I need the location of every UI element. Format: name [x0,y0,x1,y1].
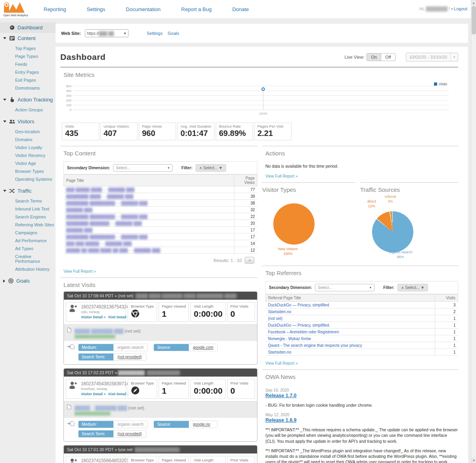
page-title-link[interactable]: █████ ███████ ███ [75,329,123,333]
sidebar-item-goals[interactable]: Goals [0,276,56,286]
release-link[interactable]: Release 1.6.9 [265,417,458,423]
search-term-value[interactable]: (not provided) [113,430,146,437]
col-referral-page-title[interactable]: Referral Page Title [266,295,435,302]
sidebar-item-action-groups[interactable]: Action Groups [15,106,56,114]
sidebar-item-ad-performance[interactable]: Ad Performance [15,237,56,245]
page-title-link[interactable]: █████ – ███████ ███ [75,406,127,410]
nav-reporting[interactable]: Reporting [44,6,66,12]
search-term-value[interactable]: (not provided) [113,354,146,360]
table-row[interactable]: ████████ ███████ — ██████ ███20 [64,220,257,227]
live-view-on-button[interactable]: On [367,53,381,61]
referrer-link[interactable]: Startsiden.no [268,350,292,354]
table-row[interactable]: Norwegia - Wykaz forów1 [266,335,458,342]
visitor-detail-link[interactable]: Visitor Detail » [81,392,106,396]
live-view-off-button[interactable]: Off [381,53,395,61]
referrer-link[interactable]: Qwant - The search engine that respects … [268,343,362,348]
sidebar-item-exit-pages[interactable]: Exit Pages [15,76,56,84]
sidebar-item-visitor-recency[interactable]: Visitor Recency [15,151,56,159]
chevron-down-icon[interactable] [3,99,6,101]
top-referrers-view-full-report-link[interactable]: View Full Report » [265,361,458,365]
sidebar-item-content[interactable]: Content [0,33,56,44]
sidebar-item-entry-pages[interactable]: Entry Pages [15,68,56,76]
sidebar-item-attribution-history[interactable]: Attribution History [15,265,56,273]
sidebar-item-top-pages[interactable]: Top Pages [15,44,56,52]
sidebar-item-feeds[interactable]: Feeds [15,60,56,68]
referrer-link[interactable]: DuckDuckGo — Privacy, simplified. [268,323,330,327]
top-content-view-full-report-link[interactable]: View Full Report » [63,269,257,274]
sidebar-item-search-engines[interactable]: Search Engines [15,213,56,221]
sidebar-item-visitor-age[interactable]: Visitor Age [15,159,56,167]
table-row[interactable]: Facebook – Anmelden oder Registrieren1 [266,329,458,335]
site-metrics-chart[interactable]: 500 400 300 200 100 0 10/10 Visits [60,81,458,116]
sidebar-item-domains[interactable]: Domains [15,136,56,143]
sidebar-item-action-tracking[interactable]: Action Tracking [0,94,56,105]
col-visits[interactable]: Visits [435,295,458,302]
sidebar-item-referring-web-sites[interactable]: Referring Web Sites [15,221,56,229]
visit-detail-link[interactable]: Visit Detail » [108,392,129,396]
table-row[interactable]: ██████ ███32 [64,207,257,213]
sidebar-item-ad-types[interactable]: Ad Types [15,245,56,253]
filter-select-button[interactable]: ∧ Select... ▼ [397,284,428,291]
scrollbar-thumb[interactable] [472,6,476,34]
visitor-detail-link[interactable]: Visitor Detail » [81,315,106,319]
table-row[interactable]: (not set)1 [266,315,458,322]
source-link[interactable]: google.no [189,421,217,428]
nav-documentation[interactable]: Documentation [126,6,160,12]
table-row[interactable]: DuckDuckGo — Privacy, simplified.3 [266,302,458,308]
sidebar-item-page-types[interactable]: Page Types [15,52,56,60]
nav-settings[interactable]: Settings [86,6,105,12]
page-title-link[interactable]: ████████ █████████ — ██████ ███ [66,214,148,219]
page-title-link[interactable]: ██████ ███ [66,208,93,212]
source-link[interactable]: google.com [189,344,217,351]
page-title-link[interactable]: ████████ ████ — ██████ ███ [66,194,134,199]
table-row[interactable]: Startsiden.no2 [266,308,458,315]
date-range-picker[interactable]: 10/03/20 - 10/10/20 ▼ [406,53,458,61]
table-row[interactable]: ██████ ███17 [64,227,257,233]
actions-view-full-report-link[interactable]: View Full Report » [265,174,458,178]
table-row[interactable]: ████████ █████████ — ██████ ███22 [64,213,257,220]
sidebar-item-geo-location[interactable]: Geo-location [15,128,56,136]
page-title-link[interactable]: ███ ███ █████ — ██████ ███ [66,241,132,246]
col-page-views[interactable]: Page Views [234,175,257,186]
referrer-link[interactable]: Facebook – Anmelden oder Registrieren [268,330,339,334]
table-row[interactable]: █████ ██ ████ ████ ██ ███ — ██████ ███12 [64,247,257,254]
secondary-dimension-select[interactable]: Select... ▼ [315,284,374,291]
sidebar-item-operating-systems[interactable]: Operating Systems [15,175,56,183]
website-settings-link[interactable]: Settings [147,31,163,36]
website-goals-link[interactable]: Goals [168,31,179,36]
owa-logo[interactable]: Open Web Analytics [0,2,44,17]
page-title-link[interactable]: ████████ █████████ — ██████ ███ [66,235,148,239]
sidebar-item-dashboard[interactable]: Dashboard [0,22,56,33]
filter-select-button[interactable]: ∧ Select... ▼ [196,164,226,172]
release-link[interactable]: Release 1.7.0 [265,393,458,398]
sidebar-item-creative-performance[interactable]: Creative Performance [15,253,56,265]
table-row[interactable]: ████████ ████ — ██████ ███39 [64,193,257,200]
referrer-link[interactable]: (not set) [268,316,283,321]
referrer-link[interactable]: Norwegia - Wykaz forów [268,337,311,341]
table-row[interactable]: Startsiden.no1 [266,349,458,356]
chevron-down-icon[interactable] [3,37,6,39]
secondary-dimension-select[interactable]: Select... ▼ [113,164,173,172]
page-title-link[interactable]: ███ █████ ████ — ██████ ███ [66,187,135,192]
next-page-button[interactable]: » [245,257,254,264]
referrer-link[interactable]: DuckDuckGo — Privacy, simplified. [268,303,330,307]
referrer-link[interactable]: Startsiden.no [268,310,292,314]
chevron-down-icon[interactable] [3,121,6,122]
table-row[interactable]: ████████ █████████ — ██████ ███38 [64,200,257,207]
page-title-link[interactable]: ████████ ███████ — ██████ ███ [66,221,142,226]
table-row[interactable]: ███ ███ █████ — ██████ ███14 [64,240,257,247]
nav-report-a-bug[interactable]: Report a Bug [181,6,212,12]
chevron-right-icon[interactable] [3,279,5,283]
traffic-sources-pie-chart[interactable]: direct12% referral3% organic-search86% [360,196,458,266]
sidebar-item-search-terms[interactable]: Search Terms [15,197,56,205]
sidebar-item-campaigns[interactable]: Campaigns [15,229,56,237]
nav-donate[interactable]: Donate [232,6,249,12]
sidebar-item-browser-types[interactable]: Browser Types [15,167,56,175]
visit-detail-link[interactable]: Visit Detail » [108,315,129,319]
sidebar-item-visitor-loyalty[interactable]: Visitor Loyalty [15,143,56,151]
chevron-down-icon[interactable] [3,190,6,192]
page-title-link[interactable]: █████ ██ ████ ████ ██ ███ — ██████ ███ [66,248,161,253]
page-title-link[interactable]: ████████ █████████ — ██████ ███ [66,201,148,205]
table-row[interactable]: ████████ █████████ — ██████ ███17 [64,233,257,240]
window-scrollbar[interactable]: ▲ ▼ [471,0,476,463]
